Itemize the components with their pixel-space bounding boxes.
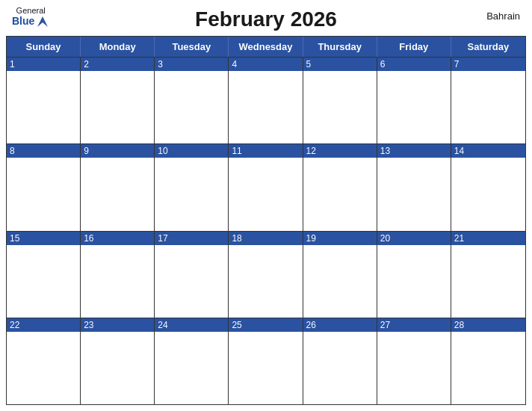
day-cell-22[interactable]: 22	[7, 318, 81, 404]
day-cell-8[interactable]: 8	[7, 144, 81, 230]
calendar-header: General Blue February 2026 Bahrain	[0, 0, 532, 36]
day-cell-24[interactable]: 24	[155, 318, 229, 404]
day-cell-1[interactable]: 1	[7, 58, 81, 143]
day-cell-2[interactable]: 2	[81, 58, 155, 143]
day-number-1: 1	[7, 58, 80, 71]
header-sunday: Sunday	[7, 37, 81, 57]
week-3: 15 16 17 18 19 20 21	[7, 231, 525, 318]
logo-blue-text: Blue	[12, 16, 34, 27]
day-number-23: 23	[81, 318, 154, 332]
day-number-16: 16	[81, 232, 154, 245]
day-cell-4[interactable]: 4	[229, 58, 303, 143]
day-number-12: 12	[303, 144, 377, 158]
day-cell-23[interactable]: 23	[81, 318, 155, 404]
day-cell-21[interactable]: 21	[451, 232, 525, 318]
day-number-10: 10	[155, 144, 228, 158]
logo-general-text: General	[16, 6, 46, 15]
header-thursday: Thursday	[303, 37, 377, 57]
day-number-4: 4	[229, 58, 302, 71]
day-cell-6[interactable]: 6	[377, 58, 451, 143]
day-cell-20[interactable]: 20	[377, 232, 451, 318]
page-title: February 2026	[195, 7, 337, 31]
logo: General Blue	[12, 6, 49, 28]
day-number-25: 25	[229, 318, 302, 332]
day-cell-17[interactable]: 17	[155, 232, 229, 318]
day-number-8: 8	[7, 144, 80, 158]
country-label: Bahrain	[486, 10, 520, 22]
day-cell-14[interactable]: 14	[451, 144, 525, 230]
day-number-7: 7	[451, 58, 525, 71]
day-cell-25[interactable]: 25	[229, 318, 303, 404]
day-cell-18[interactable]: 18	[229, 232, 303, 318]
day-number-6: 6	[377, 58, 451, 71]
day-number-5: 5	[303, 58, 377, 71]
day-cell-12[interactable]: 12	[303, 144, 377, 230]
day-number-18: 18	[229, 232, 302, 245]
day-number-24: 24	[155, 318, 228, 332]
day-number-13: 13	[377, 144, 451, 158]
day-cell-28[interactable]: 28	[451, 318, 525, 404]
day-number-21: 21	[451, 232, 525, 245]
day-number-9: 9	[81, 144, 154, 158]
svg-marker-0	[37, 16, 48, 27]
day-cell-13[interactable]: 13	[377, 144, 451, 230]
calendar-grid: Sunday Monday Tuesday Wednesday Thursday…	[6, 36, 526, 405]
week-1: 1 2 3 4 5 6 7	[7, 57, 525, 143]
day-number-26: 26	[303, 318, 377, 332]
day-number-15: 15	[7, 232, 80, 245]
day-cell-10[interactable]: 10	[155, 144, 229, 230]
day-cell-11[interactable]: 11	[229, 144, 303, 230]
day-number-20: 20	[377, 232, 451, 245]
day-number-17: 17	[155, 232, 228, 245]
day-number-11: 11	[229, 144, 302, 158]
day-headers-row: Sunday Monday Tuesday Wednesday Thursday…	[7, 37, 525, 57]
day-number-27: 27	[377, 318, 451, 332]
day-number-28: 28	[451, 318, 525, 332]
day-cell-3[interactable]: 3	[155, 58, 229, 143]
header-saturday: Saturday	[451, 37, 525, 57]
day-number-2: 2	[81, 58, 154, 71]
header-monday: Monday	[81, 37, 155, 57]
day-cell-16[interactable]: 16	[81, 232, 155, 318]
day-number-3: 3	[155, 58, 228, 71]
day-cell-5[interactable]: 5	[303, 58, 377, 143]
week-2: 8 9 10 11 12 13 14	[7, 143, 525, 230]
header-wednesday: Wednesday	[229, 37, 303, 57]
logo-icon	[36, 15, 49, 28]
day-cell-9[interactable]: 9	[81, 144, 155, 230]
day-cell-27[interactable]: 27	[377, 318, 451, 404]
header-tuesday: Tuesday	[155, 37, 229, 57]
day-cell-15[interactable]: 15	[7, 232, 81, 318]
day-cell-7[interactable]: 7	[451, 58, 525, 143]
weeks-container: 1 2 3 4 5 6 7 8 9 10 11 12 13 14 15 16 1…	[7, 57, 525, 404]
day-cell-19[interactable]: 19	[303, 232, 377, 318]
week-4: 22 23 24 25 26 27 28	[7, 318, 525, 404]
day-number-22: 22	[7, 318, 80, 332]
day-cell-26[interactable]: 26	[303, 318, 377, 404]
day-number-19: 19	[303, 232, 377, 245]
header-friday: Friday	[377, 37, 451, 57]
day-number-14: 14	[451, 144, 525, 158]
